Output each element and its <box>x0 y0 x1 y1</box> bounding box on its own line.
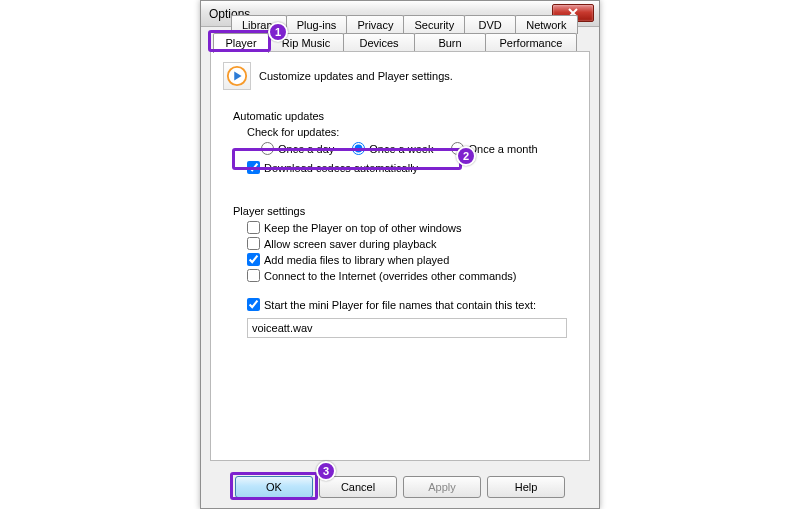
mini-player-checkbox[interactable]: Start the mini Player for file names tha… <box>247 298 567 311</box>
wmp-icon <box>223 62 251 90</box>
automatic-updates-group: Automatic updates Check for updates: Onc… <box>223 102 577 187</box>
tab-player[interactable]: Player <box>213 33 269 53</box>
player-settings-title: Player settings <box>233 205 305 217</box>
header-row: Customize updates and Player settings. <box>223 62 577 90</box>
add-media-checkbox[interactable]: Add media files to library when played <box>247 253 567 266</box>
ok-button[interactable]: OK <box>235 476 313 498</box>
tab-plugins[interactable]: Plug-ins <box>286 15 348 34</box>
options-dialog: Options Library Plug-ins Privacy Securit… <box>200 0 600 509</box>
check-updates-label: Check for updates: <box>247 126 567 138</box>
allow-screensaver-checkbox[interactable]: Allow screen saver during playback <box>247 237 567 250</box>
annotation-badge-2: 2 <box>456 146 476 166</box>
header-text: Customize updates and Player settings. <box>259 70 453 82</box>
annotation-badge-1: 1 <box>268 22 288 42</box>
radio-once-a-week[interactable]: Once a week <box>352 142 433 155</box>
tab-security[interactable]: Security <box>403 15 465 34</box>
mini-player-text-input[interactable] <box>247 318 567 338</box>
connect-internet-checkbox[interactable]: Connect to the Internet (overrides other… <box>247 269 567 282</box>
apply-button[interactable]: Apply <box>403 476 481 498</box>
automatic-updates-title: Automatic updates <box>233 110 324 122</box>
update-frequency-row: Once a day Once a week Once a month <box>261 142 567 155</box>
download-codecs-checkbox[interactable]: Download codecs automatically <box>247 161 567 174</box>
tab-dvd[interactable]: DVD <box>464 15 516 34</box>
tab-performance[interactable]: Performance <box>485 33 577 52</box>
tab-devices[interactable]: Devices <box>343 33 415 52</box>
keep-on-top-checkbox[interactable]: Keep the Player on top of other windows <box>247 221 567 234</box>
tab-content: Customize updates and Player settings. A… <box>210 51 590 461</box>
tab-row-bottom: Player Rip Music Devices Burn Performanc… <box>213 33 576 53</box>
dialog-button-row: OK Cancel Apply Help <box>201 476 599 498</box>
help-button[interactable]: Help <box>487 476 565 498</box>
tab-network[interactable]: Network <box>515 15 577 34</box>
radio-once-a-day[interactable]: Once a day <box>261 142 334 155</box>
tab-burn[interactable]: Burn <box>414 33 486 52</box>
annotation-badge-3: 3 <box>316 461 336 481</box>
player-settings-group: Player settings Keep the Player on top o… <box>223 197 577 348</box>
tab-privacy[interactable]: Privacy <box>346 15 404 34</box>
